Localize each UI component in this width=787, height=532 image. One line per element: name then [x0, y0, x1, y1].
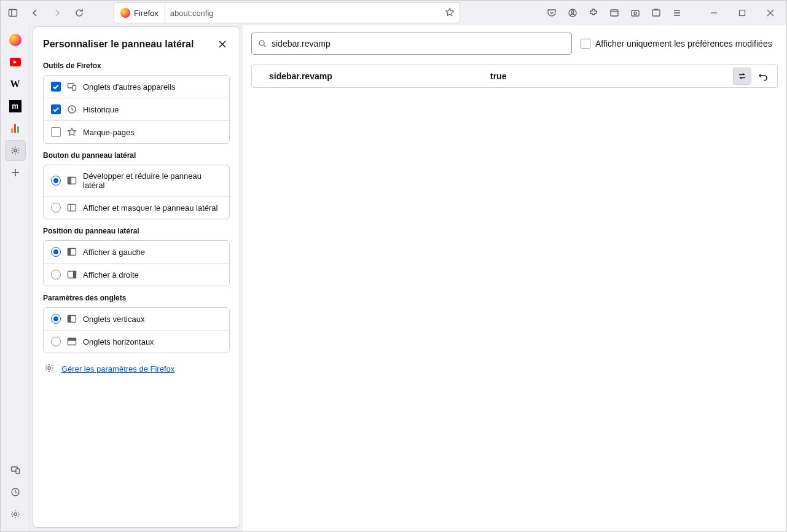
svg-rect-6: [632, 10, 639, 16]
section-button-label: Bouton du panneau latéral: [43, 151, 230, 160]
button-showhide-row[interactable]: Afficher et masquer le panneau latéral: [44, 197, 229, 219]
rail-wikipedia-tab[interactable]: W: [6, 74, 25, 94]
tools-group: Onglets d'autres appareils Historique Ma…: [43, 75, 230, 144]
wikipedia-icon: W: [10, 79, 20, 90]
reload-button[interactable]: [69, 3, 89, 23]
show-modified-label: Afficher uniquement les préférences modi…: [595, 39, 772, 49]
section-tools-label: Outils de Firefox: [43, 61, 230, 70]
position-group: Afficher à gauche Afficher à droite: [43, 240, 230, 286]
radio-icon: [51, 247, 61, 257]
svg-point-22: [14, 513, 16, 515]
position-left-row[interactable]: Afficher à gauche: [44, 241, 229, 264]
radio-icon: [51, 203, 61, 213]
button-showhide-label: Afficher et masquer le panneau latéral: [83, 203, 217, 213]
browser-tab[interactable]: Firefox: [114, 2, 165, 23]
position-left-label: Afficher à gauche: [83, 248, 145, 257]
svg-rect-20: [16, 469, 20, 474]
star-icon: [67, 127, 77, 137]
svg-rect-4: [611, 10, 618, 16]
config-search-input[interactable]: [272, 39, 565, 49]
section-position-label: Position du panneau latéral: [43, 227, 230, 235]
panel-title: Personnaliser le panneau latéral: [43, 39, 194, 50]
firefox-icon: [9, 34, 22, 46]
sidebar-toggle-button[interactable]: [3, 3, 23, 23]
rail-youtube-tab[interactable]: [6, 52, 25, 72]
url-text: about:config: [170, 9, 214, 18]
checkbox-icon: [51, 127, 61, 137]
firefox-favicon-icon: [120, 8, 130, 18]
window-controls: [700, 3, 784, 23]
tabs-vertical-label: Onglets verticaux: [83, 315, 144, 324]
tab-label: Firefox: [134, 9, 159, 18]
window-maximize-button[interactable]: [729, 3, 756, 23]
tabs-vertical-icon: [67, 314, 77, 324]
toolbar-right: [542, 3, 784, 23]
panel-close-button[interactable]: [215, 37, 230, 52]
svg-rect-30: [68, 205, 76, 211]
stats-icon: [11, 124, 19, 133]
nav-forward-button[interactable]: [47, 3, 67, 23]
app-menu-button[interactable]: [667, 3, 687, 23]
button-expand-row[interactable]: Développer et réduire le panneau latéral: [44, 165, 229, 197]
svg-point-40: [48, 367, 50, 369]
library-button[interactable]: [605, 3, 624, 23]
m-site-icon: m: [9, 100, 22, 112]
account-button[interactable]: [563, 3, 582, 23]
pocket-button[interactable]: [542, 3, 562, 23]
panel-showhide-icon: [67, 203, 77, 213]
rail-new-tab-button[interactable]: [6, 163, 25, 182]
svg-point-16: [14, 149, 16, 152]
tool-bookmarks-row[interactable]: Marque-pages: [44, 121, 229, 143]
rail-m-tab[interactable]: m: [6, 96, 25, 116]
pref-name: sidebar.revamp: [269, 71, 490, 81]
rail-synced-tabs-button[interactable]: [6, 460, 25, 480]
svg-point-3: [571, 11, 574, 14]
bookmark-star-icon[interactable]: [445, 7, 455, 19]
url-bar[interactable]: about:config: [165, 2, 460, 23]
downloads-button[interactable]: [646, 3, 666, 23]
rail-firefox-tab[interactable]: [6, 30, 25, 50]
history-icon: [10, 487, 20, 497]
extensions-button[interactable]: [584, 3, 603, 23]
svg-rect-0: [9, 10, 17, 17]
radio-icon: [51, 314, 61, 324]
rail-stats-tab[interactable]: [6, 119, 25, 138]
svg-line-42: [264, 45, 265, 47]
rail-customize-button[interactable]: [6, 141, 25, 160]
section-tabs-label: Paramètres des onglets: [43, 294, 230, 302]
history-icon: [67, 104, 77, 114]
panel-right-icon: [67, 270, 77, 280]
manage-firefox-settings-link[interactable]: Gérer les paramètres de Firefox: [61, 364, 174, 374]
position-right-row[interactable]: Afficher à droite: [44, 264, 229, 286]
pref-reset-button[interactable]: [754, 68, 772, 85]
window-minimize-button[interactable]: [700, 3, 727, 23]
pref-toggle-button[interactable]: [733, 68, 751, 85]
radio-icon: [51, 270, 61, 280]
svg-rect-8: [652, 10, 660, 16]
tabs-horizontal-row[interactable]: Onglets horizontaux: [44, 331, 229, 353]
close-icon: [218, 40, 227, 49]
tool-synced-tabs-row[interactable]: Onglets d'autres appareils: [44, 76, 229, 98]
nav-back-button[interactable]: [25, 3, 45, 23]
screenshot-button[interactable]: [625, 3, 645, 23]
tabs-orientation-group: Onglets verticaux Onglets horizontaux: [43, 307, 230, 353]
svg-point-41: [259, 41, 264, 45]
svg-point-7: [634, 12, 636, 15]
window-close-button[interactable]: [757, 3, 784, 23]
svg-rect-13: [740, 10, 745, 16]
gear-icon: [44, 363, 54, 375]
config-search-box[interactable]: [251, 33, 572, 55]
undo-icon: [758, 71, 768, 81]
checkbox-icon: [51, 104, 61, 114]
svg-rect-26: [72, 85, 76, 90]
rail-history-button[interactable]: [6, 482, 25, 502]
show-modified-only-checkbox[interactable]: Afficher uniquement les préférences modi…: [581, 39, 772, 49]
tool-synced-tabs-label: Onglets d'autres appareils: [83, 82, 176, 92]
tool-history-row[interactable]: Historique: [44, 98, 229, 121]
devices-icon: [67, 82, 77, 92]
button-behavior-group: Développer et réduire le panneau latéral…: [43, 165, 230, 219]
rail-settings-button[interactable]: [6, 504, 25, 524]
tabs-vertical-row[interactable]: Onglets verticaux: [44, 308, 229, 331]
tool-history-label: Historique: [83, 105, 119, 114]
pref-results: sidebar.revamp true: [251, 65, 778, 88]
